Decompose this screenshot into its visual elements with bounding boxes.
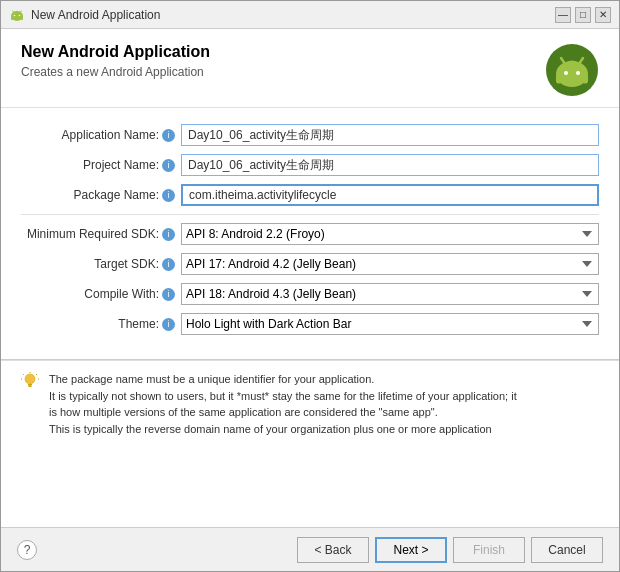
target-sdk-info-icon[interactable]: i	[162, 258, 175, 271]
svg-point-2	[19, 14, 21, 16]
svg-point-10	[576, 71, 580, 75]
window-icon	[9, 7, 25, 23]
application-name-row: Application Name: i	[21, 124, 599, 146]
title-bar: New Android Application — □ ✕	[1, 1, 619, 29]
svg-rect-17	[29, 386, 32, 388]
project-name-label: Project Name: i	[21, 158, 181, 172]
footer-left: ?	[17, 540, 37, 560]
help-button[interactable]: ?	[17, 540, 37, 560]
dialog-title: New Android Application	[21, 43, 210, 61]
svg-point-8	[556, 61, 588, 87]
footer: ? < Back Next > Finish Cancel	[1, 527, 619, 571]
close-button[interactable]: ✕	[595, 7, 611, 23]
svg-line-19	[23, 374, 24, 375]
content-area: New Android Application Creates a new An…	[1, 29, 619, 527]
compile-with-info-icon[interactable]: i	[162, 288, 175, 301]
target-sdk-label: Target SDK: i	[21, 257, 181, 271]
maximize-button[interactable]: □	[575, 7, 591, 23]
separator-1	[21, 214, 599, 215]
project-name-input[interactable]	[181, 154, 599, 176]
header-section: New Android Application Creates a new An…	[1, 29, 619, 108]
svg-line-4	[20, 10, 22, 12]
footer-buttons: < Back Next > Finish Cancel	[297, 537, 603, 563]
min-sdk-info-icon[interactable]: i	[162, 228, 175, 241]
header-text: New Android Application Creates a new An…	[21, 43, 210, 79]
svg-point-9	[564, 71, 568, 75]
finish-button[interactable]: Finish	[453, 537, 525, 563]
minimize-button[interactable]: —	[555, 7, 571, 23]
svg-line-20	[36, 374, 37, 375]
svg-point-1	[14, 14, 16, 16]
theme-label: Theme: i	[21, 317, 181, 331]
back-button[interactable]: < Back	[297, 537, 369, 563]
window-title: New Android Application	[31, 8, 160, 22]
package-name-label: Package Name: i	[21, 188, 181, 202]
title-bar-controls: — □ ✕	[555, 7, 611, 23]
next-button[interactable]: Next >	[375, 537, 447, 563]
android-logo	[545, 43, 599, 97]
package-name-info-icon[interactable]: i	[162, 189, 175, 202]
theme-row: Theme: i Holo Light with Dark Action Bar	[21, 313, 599, 335]
theme-select[interactable]: Holo Light with Dark Action Bar	[181, 313, 599, 335]
compile-with-label: Compile With: i	[21, 287, 181, 301]
svg-rect-13	[556, 75, 562, 84]
min-sdk-select[interactable]: API 8: Android 2.2 (Froyo)	[181, 223, 599, 245]
svg-line-3	[13, 10, 15, 12]
application-name-info-icon[interactable]: i	[162, 129, 175, 142]
svg-rect-16	[28, 384, 32, 386]
application-name-label: Application Name: i	[21, 128, 181, 142]
dialog-subtitle: Creates a new Android Application	[21, 65, 210, 79]
form-section: Application Name: i Project Name: i Pack…	[1, 108, 619, 359]
main-window: New Android Application — □ ✕ New Androi…	[0, 0, 620, 572]
project-name-row: Project Name: i	[21, 154, 599, 176]
project-name-info-icon[interactable]: i	[162, 159, 175, 172]
svg-point-15	[25, 374, 35, 384]
svg-rect-6	[21, 16, 23, 20]
application-name-input[interactable]	[181, 124, 599, 146]
min-sdk-row: Minimum Required SDK: i API 8: Android 2…	[21, 223, 599, 245]
compile-with-row: Compile With: i API 18: Android 4.3 (Jel…	[21, 283, 599, 305]
package-name-row: Package Name: i	[21, 184, 599, 206]
svg-rect-5	[11, 16, 13, 20]
notice-text: The package name must be a unique identi…	[49, 371, 517, 437]
target-sdk-row: Target SDK: i API 17: Android 4.2 (Jelly…	[21, 253, 599, 275]
theme-info-icon[interactable]: i	[162, 318, 175, 331]
svg-rect-14	[583, 75, 589, 84]
notice-section: The package name must be a unique identi…	[1, 360, 619, 447]
min-sdk-label: Minimum Required SDK: i	[21, 227, 181, 241]
lightbulb-icon	[21, 372, 39, 390]
cancel-button[interactable]: Cancel	[531, 537, 603, 563]
title-bar-left: New Android Application	[9, 7, 160, 23]
compile-with-select[interactable]: API 18: Android 4.3 (Jelly Bean)	[181, 283, 599, 305]
package-name-input[interactable]	[181, 184, 599, 206]
target-sdk-select[interactable]: API 17: Android 4.2 (Jelly Bean)	[181, 253, 599, 275]
